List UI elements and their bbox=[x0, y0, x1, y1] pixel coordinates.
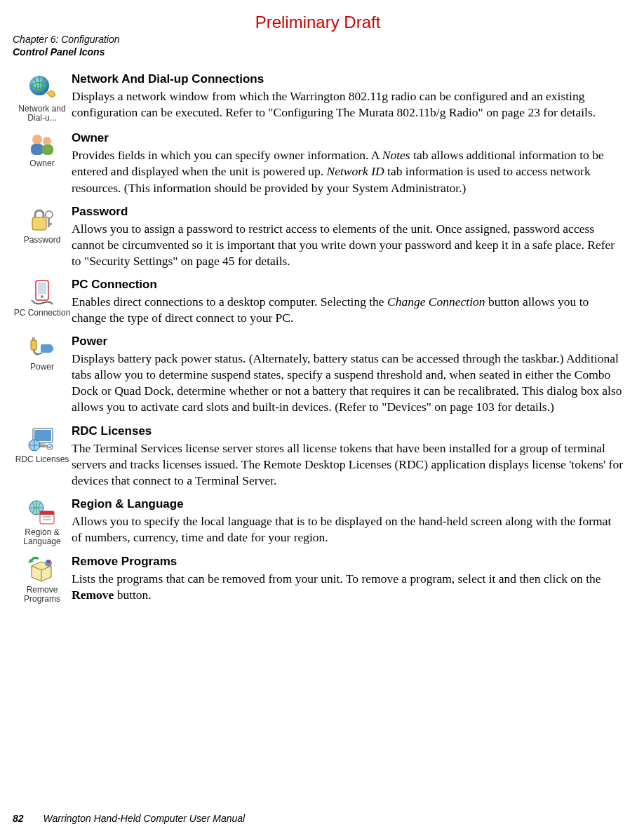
icon-cell-network: Network and Dial-u... bbox=[13, 72, 72, 123]
svg-rect-10 bbox=[38, 283, 46, 294]
section-title: Remove Programs bbox=[72, 555, 623, 569]
section-title: Region & Language bbox=[72, 497, 623, 511]
page: Preliminary Draft Chapter 6: Configurati… bbox=[0, 0, 644, 838]
svg-rect-15 bbox=[41, 344, 52, 353]
icon-caption-network: Network and Dial-u... bbox=[13, 104, 72, 123]
svg-rect-2 bbox=[31, 144, 43, 155]
svg-rect-7 bbox=[48, 217, 50, 227]
section-title: Power bbox=[72, 334, 623, 349]
section-rdc-licenses: RDC Licenses RDC Licenses The Terminal S… bbox=[13, 424, 623, 489]
svg-point-1 bbox=[32, 135, 42, 144]
preliminary-draft-label: Preliminary Draft bbox=[13, 13, 623, 32]
people-icon bbox=[28, 133, 56, 158]
svg-rect-8 bbox=[48, 223, 52, 225]
section-remove-programs: Remove Programs Remove Programs Lists th… bbox=[13, 555, 623, 604]
icon-cell-pc-connection: PC Connection bbox=[13, 278, 72, 326]
icon-caption-remove: Remove Programs bbox=[13, 586, 72, 604]
section-body: Enables direct connections to a desktop … bbox=[72, 294, 623, 326]
page-header: Chapter 6: Configuration Control Panel I… bbox=[13, 34, 623, 58]
svg-rect-30 bbox=[47, 560, 50, 563]
icon-cell-rdc: RDC Licenses bbox=[13, 424, 72, 489]
icon-cell-owner: Owner bbox=[13, 131, 72, 196]
svg-point-22 bbox=[47, 444, 53, 450]
lock-key-icon bbox=[28, 206, 56, 234]
icon-caption-region: Region & Language bbox=[13, 528, 72, 546]
section-title: Password bbox=[72, 205, 623, 219]
svg-rect-12 bbox=[31, 340, 36, 350]
section-body: Allows you to specify the local language… bbox=[72, 513, 623, 546]
section-title: PC Connection bbox=[72, 278, 623, 292]
header-chapter: Chapter 6: Configuration bbox=[13, 34, 623, 46]
svg-point-6 bbox=[46, 211, 53, 218]
section-body: Displays battery pack power status. (Alt… bbox=[72, 351, 623, 415]
icon-cell-password: Password bbox=[13, 205, 72, 269]
section-network: Network and Dial-u... Network And Dial-u… bbox=[13, 72, 623, 123]
section-body: Provides fields in which you can specify… bbox=[72, 147, 623, 196]
section-owner: Owner Owner Provides fields in which you… bbox=[13, 131, 623, 196]
section-body: Lists the programs that can be removed f… bbox=[72, 571, 623, 603]
power-plug-icon bbox=[28, 336, 56, 361]
icon-caption-password: Password bbox=[13, 236, 72, 245]
globe-calendar-icon bbox=[27, 499, 57, 527]
section-title: RDC Licenses bbox=[72, 424, 623, 438]
svg-point-3 bbox=[43, 137, 51, 145]
section-title: Owner bbox=[72, 131, 623, 145]
globe-network-icon bbox=[27, 74, 57, 103]
icon-caption-pc-connection: PC Connection bbox=[13, 309, 72, 318]
svg-rect-14 bbox=[34, 337, 36, 340]
svg-rect-13 bbox=[32, 337, 34, 340]
section-power: Power Power Displays battery pack power … bbox=[13, 334, 623, 415]
section-pc-connection: PC Connection PC Connection Enables dire… bbox=[13, 278, 623, 326]
svg-rect-19 bbox=[40, 442, 46, 445]
monitor-globe-icon bbox=[27, 426, 57, 454]
svg-point-11 bbox=[41, 295, 43, 298]
svg-rect-25 bbox=[40, 511, 54, 515]
svg-rect-18 bbox=[34, 430, 51, 441]
icon-caption-power: Power bbox=[13, 363, 72, 372]
page-number: 82 bbox=[13, 813, 24, 824]
footer-text: Warrington Hand-Held Computer User Manua… bbox=[43, 813, 246, 824]
section-title: Network And Dial-up Connections bbox=[72, 72, 623, 86]
svg-rect-16 bbox=[51, 346, 53, 351]
pda-cable-icon bbox=[29, 279, 55, 307]
svg-rect-5 bbox=[32, 217, 46, 230]
section-body: Displays a network window from which the… bbox=[72, 88, 623, 121]
icon-cell-remove: Remove Programs bbox=[13, 555, 72, 604]
svg-rect-4 bbox=[42, 144, 53, 155]
icon-caption-owner: Owner bbox=[13, 159, 72, 168]
section-region-language: Region & Language Region & Language Allo… bbox=[13, 497, 623, 546]
header-section: Control Panel Icons bbox=[13, 46, 623, 59]
icon-cell-power: Power bbox=[13, 334, 72, 415]
page-footer: 82Warrington Hand-Held Computer User Man… bbox=[13, 813, 245, 824]
box-arrow-icon bbox=[27, 556, 57, 584]
section-body: Allows you to assign a password to restr… bbox=[72, 221, 623, 269]
section-password: Password Password Allows you to assign a… bbox=[13, 205, 623, 269]
section-body: The Terminal Services license server sto… bbox=[72, 440, 623, 489]
icon-caption-rdc: RDC Licenses bbox=[13, 455, 72, 464]
icon-cell-region: Region & Language bbox=[13, 497, 72, 546]
